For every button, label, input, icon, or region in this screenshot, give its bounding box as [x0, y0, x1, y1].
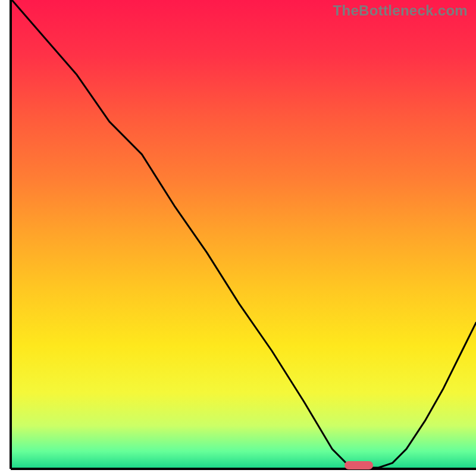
chart-container: TheBottleneck.com	[0, 0, 476, 476]
chart-plot	[0, 0, 476, 476]
watermark-text: TheBottleneck.com	[333, 2, 468, 19]
optimum-marker	[345, 461, 373, 469]
bottleneck-curve	[12, 0, 476, 468]
